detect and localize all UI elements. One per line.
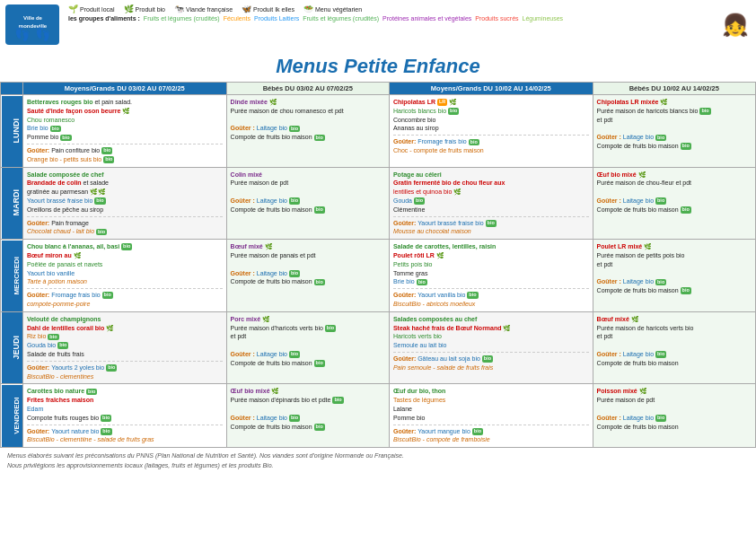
legend-bar: 🌱 Produit local 🌿 Produit bio 🐄 Viande f… xyxy=(68,4,704,13)
mercredi-mg1-cell: Chou blanc à l'ananas, ail, basi bio Bœu… xyxy=(22,240,226,312)
footer: Menus élaborés suivant les préconisation… xyxy=(0,448,756,474)
food-groups: les groupes d'aliments : Fruits et légum… xyxy=(68,15,704,22)
decoration-icon: 👧 xyxy=(715,13,749,38)
vendredi-mg2-cell: Œuf dur bio, thon Tastes de légumes Lala… xyxy=(389,384,593,448)
day-label-mardi: MARDI xyxy=(1,167,23,240)
svg-text:Ville de: Ville de xyxy=(23,15,43,21)
vendredi-bebe1-cell: Œuf bio mixé 🌿 Purée maison d'épinards b… xyxy=(226,384,389,448)
vendredi-mg1-cell: Carottes bio nature bio Frites fraîches … xyxy=(22,384,226,448)
logo: Ville de mondeville 👣 👣 xyxy=(5,4,59,45)
legend-bio: 🌿 Produit bio xyxy=(124,4,165,13)
day-label-vendredi: VENDREDI xyxy=(1,384,23,448)
day-label-lundi: LUNDI xyxy=(1,95,23,168)
week1-bebe-header: Bébés DU 03/02 AU 07/02/25 xyxy=(226,83,389,95)
lundi-mg1-cell: Betteraves rouges bio et pain salad. Sau… xyxy=(22,95,226,168)
legend-vege: 🥗 Menu végétarien xyxy=(303,4,362,13)
lundi-bebe1-cell: Dinde mixée 🌿 Purée maison de chou roman… xyxy=(226,95,389,168)
table-row-jeudi: JEUDI Velouté de champignons Dahl de len… xyxy=(1,311,756,384)
vendredi-bebe2-cell: Poisson mixé 🌿 Purée maison de pdt Goûte… xyxy=(593,384,755,448)
legend-viande: 🐄 Viande française xyxy=(174,4,233,13)
table-row-lundi: LUNDI Betteraves rouges bio et pain sala… xyxy=(1,95,756,168)
svg-text:👣: 👣 xyxy=(34,27,50,42)
day-label-mercredi: MERCREDI xyxy=(1,240,23,312)
week2-bebe-header: Bébés DU 10/02 AU 14/02/25 xyxy=(593,83,755,95)
mercredi-mg2-cell: Salade de carottes, lentilles, raisin Po… xyxy=(389,240,593,312)
jeudi-mg2-cell: Salades composées au chef Steak haché fr… xyxy=(389,311,593,384)
jeudi-mg1-cell: Velouté de champignons Dahl de lentilles… xyxy=(22,311,226,384)
jeudi-bebe1-cell: Porc mixé 🌿 Purée maison d'haricots vert… xyxy=(226,311,389,384)
week2-mg-header: Moyens/Grands DU 10/02 AU 14/02/25 xyxy=(389,83,593,95)
lundi-mg2-cell: Chipolatas LR LR 🌿 Haricots blancs bio b… xyxy=(389,95,593,168)
table-row-mercredi: MERCREDI Chou blanc à l'ananas, ail, bas… xyxy=(1,240,756,312)
table-row-mardi: MARDI Salade composée de chef Brandade d… xyxy=(1,167,756,240)
footer-line2: Nous privilégions les approvisionnements… xyxy=(7,461,749,471)
mercredi-bebe1-cell: Bœuf mixé 🌿 Purée maison de panais et pd… xyxy=(226,240,389,312)
footer-line1: Menus élaborés suivant les préconisation… xyxy=(7,451,749,461)
mardi-bebe1-cell: Colin mixé Purée maison de pdt Goûter : … xyxy=(226,167,389,240)
lundi-bebe2-cell: Chipolatas LR mixée 🌿 Purée maison de ha… xyxy=(593,95,755,168)
mardi-mg2-cell: Potage au céleri Gratin fermenté bio de … xyxy=(389,167,593,240)
mardi-mg1-cell: Salade composée de chef Brandade de coli… xyxy=(22,167,226,240)
menu-table: Moyens/Grands DU 03/02 AU 07/02/25 Bébés… xyxy=(0,82,756,448)
week1-mg-header: Moyens/Grands DU 03/02 AU 07/02/25 xyxy=(22,83,226,95)
svg-text:👣: 👣 xyxy=(13,27,30,42)
legend-local: 🌱 Produit local xyxy=(68,4,115,13)
mercredi-bebe2-cell: Poulet LR mixé 🌿 Purée maison de petits … xyxy=(593,240,755,312)
day-label-jeudi: JEUDI xyxy=(1,311,23,384)
page-title: Menus Petite Enfance xyxy=(0,49,756,82)
jeudi-bebe2-cell: Bœuf mixé 🌿 Purée maison de haricots ver… xyxy=(593,311,755,384)
legend-ikelles: 🦋 Produit Ik elles xyxy=(242,4,294,13)
table-row-vendredi: VENDREDI Carottes bio nature bio Frites … xyxy=(1,384,756,448)
top-bar: Ville de mondeville 👣 👣 🌱 Produit local … xyxy=(0,0,756,49)
mardi-bebe2-cell: Œuf bio mixé 🌿 Purée maison de chou-fleu… xyxy=(593,167,755,240)
